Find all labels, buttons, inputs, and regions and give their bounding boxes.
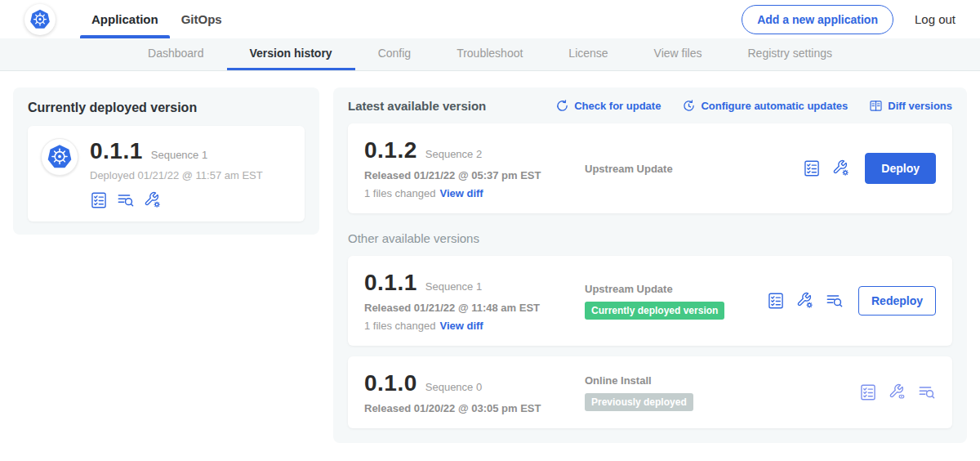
diff-versions-label: Diff versions [888,100,952,112]
status-badge-previously-deployed: Previously deployed [585,393,693,411]
edit-config-icon[interactable] [144,191,162,209]
subnav-version-history[interactable]: Version history [227,38,355,70]
deployed-panel-title: Currently deployed version [28,101,305,115]
tab-application-label: Application [91,12,158,26]
tab-gitops[interactable]: GitOps [170,0,234,38]
subnav-registry-settings[interactable]: Registry settings [725,38,855,70]
version-number: 0.1.0 [364,370,417,396]
version-history-panel: Latest available version Check for updat… [333,87,967,443]
version-number: 0.1.1 [364,270,417,296]
subnav-dashboard[interactable]: Dashboard [125,38,227,70]
version-source-label: Online Install [585,374,849,387]
sequence-label: Sequence 0 [425,381,482,393]
release-notes-icon[interactable] [859,383,877,401]
subnav-config[interactable]: Config [355,38,434,70]
subnav-view-files[interactable]: View files [631,38,725,70]
edit-config-icon[interactable] [832,159,850,177]
deploy-button[interactable]: Deploy [865,153,936,184]
view-diff-link[interactable]: View diff [439,320,483,332]
subnav-troubleshoot[interactable]: Troubleshoot [434,38,546,70]
other-versions-heading: Other available versions [348,231,952,245]
application-icon [41,138,78,176]
version-card-0-1-0: 0.1.0 Sequence 0 Released 01/20/22 @ 03:… [348,356,952,428]
preflight-results-icon[interactable] [117,191,135,209]
top-bar: Application GitOps Add a new application… [0,0,980,38]
sequence-label: Sequence 2 [425,148,482,160]
diff-icon [869,99,883,113]
check-for-update-label: Check for update [574,100,661,112]
logout-link[interactable]: Log out [915,12,956,26]
add-application-button[interactable]: Add a new application [742,5,893,34]
version-card-0-1-1: 0.1.1 Sequence 1 Released 01/21/22 @ 11:… [348,256,952,346]
release-notes-icon[interactable] [767,292,785,310]
currently-deployed-panel: Currently deployed version 0.1.1 Sequenc… [13,87,319,235]
check-for-update-link[interactable]: Check for update [555,99,661,113]
edit-config-icon[interactable] [796,292,814,310]
tab-application[interactable]: Application [80,0,170,38]
main-content: Currently deployed version 0.1.1 Sequenc… [0,71,980,443]
app-subnav: Dashboard Version history Config Trouble… [0,38,980,71]
redeploy-button[interactable]: Redeploy [858,286,936,316]
release-notes-icon[interactable] [90,191,108,209]
tab-gitops-label: GitOps [181,12,222,26]
sequence-label: Sequence 1 [425,280,482,293]
release-notes-icon[interactable] [803,159,821,177]
status-badge-currently-deployed: Currently deployed version [585,302,724,320]
released-timestamp: Released 01/20/22 @ 03:05 pm EST [364,402,568,414]
view-diff-link[interactable]: View diff [439,187,483,199]
app-logo [24,0,56,38]
released-timestamp: Released 01/21/22 @ 11:48 am EST [364,302,568,314]
files-changed-label: 1 files changed [364,320,435,332]
topbar-spacer [234,0,742,38]
version-card-0-1-2: 0.1.2 Sequence 2 Released 01/21/22 @ 05:… [348,123,952,213]
refresh-icon [555,99,569,113]
deployed-version-number: 0.1.1 [90,138,143,164]
deployed-version-card: 0.1.1 Sequence 1 Deployed 01/21/22 @ 11:… [28,126,305,222]
latest-version-heading: Latest available version [348,99,555,113]
version-source-label: Upstream Update [585,283,757,295]
configure-automatic-updates-link[interactable]: Configure automatic updates [682,99,848,113]
schedule-update-icon [682,99,696,113]
deployed-timestamp: Deployed 01/21/22 @ 11:57 am EST [90,169,263,181]
preflight-results-icon[interactable] [918,383,936,401]
version-number: 0.1.2 [364,137,417,163]
kubernetes-logo-icon [24,4,56,35]
subnav-license[interactable]: License [546,38,630,70]
files-changed-label: 1 files changed [364,187,435,199]
configure-automatic-updates-label: Configure automatic updates [701,100,848,112]
diff-versions-link[interactable]: Diff versions [869,99,952,113]
released-timestamp: Released 01/21/22 @ 05:37 pm EST [364,169,568,181]
version-source-label: Upstream Update [585,163,793,175]
preflight-results-icon[interactable] [826,292,844,310]
deployed-sequence-label: Sequence 1 [151,149,207,161]
view-config-icon[interactable] [889,383,906,401]
